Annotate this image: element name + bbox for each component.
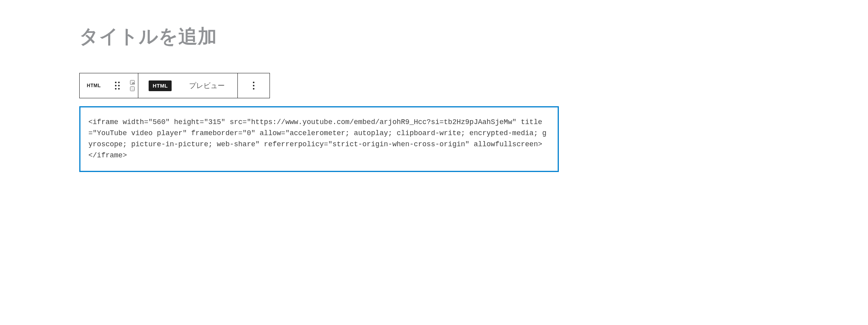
- move-down-button[interactable]: [130, 86, 135, 91]
- chevron-up-icon: [131, 81, 136, 86]
- drag-handle-icon: [113, 82, 121, 90]
- html-block-icon: HTML: [85, 83, 102, 88]
- block-type-button[interactable]: HTML: [80, 73, 108, 98]
- toolbar-group-block-type: HTML: [80, 73, 138, 98]
- drag-handle-button[interactable]: [108, 73, 127, 98]
- html-mode-button[interactable]: HTML: [138, 73, 180, 98]
- block-mover: [127, 80, 138, 91]
- post-title-input[interactable]: タイトルを追加: [79, 24, 559, 49]
- custom-html-block: <iframe width="560" height="315" src="ht…: [79, 106, 559, 172]
- block-toolbar: HTML: [79, 73, 270, 98]
- more-vertical-icon: [243, 82, 264, 90]
- move-up-button[interactable]: [130, 80, 135, 85]
- toolbar-group-more: [238, 73, 270, 98]
- preview-mode-button[interactable]: プレビュー: [180, 73, 237, 98]
- editor-container: タイトルを追加 HTML: [79, 24, 559, 172]
- toolbar-group-mode: HTML プレビュー: [138, 73, 238, 98]
- preview-label: プレビュー: [185, 81, 232, 90]
- more-options-button[interactable]: [238, 73, 270, 98]
- chevron-down-icon: [131, 87, 136, 92]
- html-code-input[interactable]: <iframe width="560" height="315" src="ht…: [88, 117, 550, 161]
- html-badge-icon: HTML: [149, 80, 172, 91]
